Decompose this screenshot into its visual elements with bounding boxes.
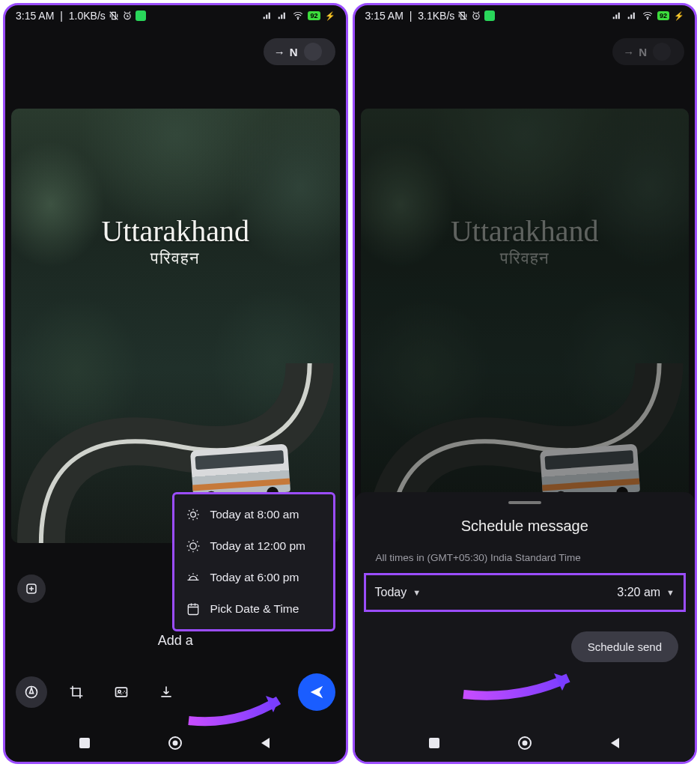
status-time: 3:15 AM — [365, 10, 404, 22]
date-value: Today — [375, 586, 407, 599]
signal-icon-2 — [278, 10, 288, 21]
save-button[interactable] — [150, 676, 182, 708]
svg-point-11 — [173, 741, 178, 746]
phone-right: 3:15 AM | 3.1KB/s 92 ⚡ → N — [353, 3, 698, 764]
svg-point-7 — [189, 543, 195, 549]
draw-button[interactable] — [16, 676, 47, 708]
send-button[interactable] — [298, 673, 335, 711]
arrow-right-icon: → — [274, 46, 285, 58]
photo-title: Uttarakhand — [361, 213, 690, 249]
sheet-title: Schedule message — [371, 518, 679, 535]
time-picker[interactable]: 3:20 am ▼ — [617, 586, 675, 599]
crop-button[interactable] — [61, 676, 92, 708]
schedule-option-pick[interactable]: Pick Date & Time — [174, 593, 333, 625]
recipient-chip[interactable]: → N — [264, 38, 335, 65]
chevron-down-icon: ▼ — [413, 588, 421, 597]
status-net-speed: 3.1KB/s — [418, 10, 454, 22]
svg-point-1 — [298, 19, 299, 19]
schedule-send-label: Schedule send — [588, 640, 662, 653]
status-bar: 3:15 AM | 1.0KB/s 92 ⚡ — [5, 5, 346, 25]
schedule-option-morning[interactable]: Today at 8:00 am — [174, 499, 333, 530]
schedule-option-evening[interactable]: Today at 6:00 pm — [174, 562, 333, 593]
svg-rect-9 — [79, 738, 90, 748]
caption-placeholder: Add a — [158, 633, 193, 648]
charging-icon: ⚡ — [325, 10, 335, 21]
nav-bar — [5, 732, 346, 754]
sheet-handle[interactable] — [508, 501, 541, 504]
svg-point-16 — [522, 741, 527, 746]
photo-preview[interactable]: Uttarakhand परिवहन — [11, 109, 340, 543]
recipient-initial: N — [290, 46, 298, 58]
date-picker[interactable]: Today ▼ — [375, 586, 421, 599]
phone-left: 3:15 AM | 1.0KB/s 92 ⚡ → N — [3, 3, 348, 764]
signal-icon — [263, 10, 273, 21]
svg-point-13 — [647, 19, 648, 19]
add-media-button[interactable] — [17, 575, 46, 603]
photo-subtitle: परिवहन — [11, 249, 340, 268]
svg-rect-8 — [188, 604, 198, 614]
schedule-sheet: Schedule message All times in (GMT+05:30… — [355, 492, 696, 762]
nav-back[interactable] — [604, 732, 627, 754]
quality-button[interactable] — [106, 676, 137, 708]
timezone-note: All times in (GMT+05:30) India Standard … — [371, 551, 679, 573]
vibrate-icon — [457, 10, 468, 21]
wifi-icon — [642, 10, 653, 21]
foliage-decor — [361, 109, 690, 543]
photo-overlay-text: Uttarakhand परिवहन — [11, 213, 340, 268]
bus-decor — [540, 444, 640, 499]
signal-icon — [612, 10, 623, 21]
schedule-option-noon[interactable]: Today at 12:00 pm — [174, 530, 333, 562]
arrow-right-icon: → — [623, 46, 634, 58]
sunset-icon — [185, 569, 201, 586]
status-time: 3:15 AM — [16, 10, 54, 22]
photo-subtitle: परिवहन — [361, 249, 690, 268]
signal-icon-2 — [627, 10, 638, 21]
sunrise-icon — [185, 506, 201, 523]
schedule-send-button[interactable]: Schedule send — [571, 631, 678, 662]
schedule-option-label: Today at 8:00 am — [210, 508, 299, 521]
vibrate-icon — [109, 10, 119, 21]
chevron-down-icon: ▼ — [666, 588, 675, 597]
schedule-popup: Today at 8:00 am Today at 12:00 pm Today… — [172, 492, 335, 631]
battery-indicator: 92 — [308, 11, 320, 20]
nav-home[interactable] — [164, 732, 186, 754]
caption-input[interactable]: Add a — [5, 633, 346, 649]
battery-indicator: 92 — [657, 11, 669, 20]
alarm-icon — [471, 10, 481, 21]
schedule-option-label: Today at 6:00 pm — [210, 571, 299, 584]
recipient-initial: N — [639, 46, 647, 58]
charging-icon: ⚡ — [674, 10, 684, 21]
nav-home[interactable] — [514, 732, 536, 754]
nav-recents[interactable] — [423, 732, 445, 754]
status-net-speed: 1.0KB/s — [69, 10, 106, 22]
schedule-option-label: Today at 12:00 pm — [210, 539, 306, 553]
calendar-icon — [185, 601, 201, 617]
nav-back[interactable] — [255, 732, 277, 754]
datetime-picker-row: Today ▼ 3:20 am ▼ — [364, 573, 687, 612]
toolbar — [16, 673, 335, 711]
schedule-option-label: Pick Date & Time — [210, 602, 299, 616]
svg-rect-14 — [429, 738, 439, 748]
app-badge-icon — [136, 10, 146, 21]
nav-bar — [355, 732, 696, 754]
app-badge-icon — [484, 10, 495, 21]
photo-title: Uttarakhand — [11, 213, 340, 249]
wifi-icon — [293, 10, 303, 21]
sun-icon — [185, 538, 201, 554]
bus-decor — [190, 444, 290, 499]
status-bar: 3:15 AM | 3.1KB/s 92 ⚡ — [355, 5, 696, 25]
avatar — [653, 43, 671, 61]
svg-rect-4 — [116, 688, 127, 697]
nav-recents[interactable] — [73, 732, 96, 754]
photo-preview: Uttarakhand परिवहन — [361, 109, 690, 543]
avatar — [304, 43, 322, 61]
photo-overlay-text: Uttarakhand परिवहन — [361, 213, 690, 268]
alarm-icon — [122, 10, 133, 21]
recipient-chip[interactable]: → N — [612, 38, 684, 65]
svg-point-6 — [190, 512, 195, 518]
time-value: 3:20 am — [617, 586, 660, 599]
